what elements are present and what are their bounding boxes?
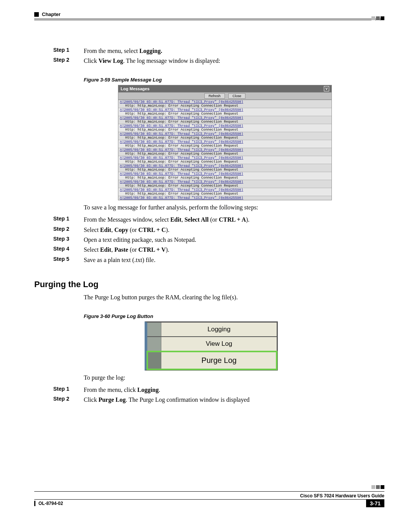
- menu-item-purge-log[interactable]: Purge Log: [147, 351, 277, 369]
- step-text: Click Purge Log. The Purge Log confirmat…: [84, 396, 384, 404]
- header-decor: [371, 15, 384, 22]
- footer-title: Cisco SFS 7024 Hardware Users Guide: [34, 493, 384, 498]
- header-rule-2: [34, 20, 384, 20]
- section-title: Purging the Log: [34, 280, 384, 289]
- menu-icon: [147, 337, 161, 351]
- step-label: Step 3: [53, 236, 84, 244]
- close-button[interactable]: Close: [228, 93, 245, 99]
- steps-block-b: Step 1From the Messages window, select E…: [53, 216, 384, 264]
- step-label: Step 1: [53, 216, 84, 224]
- step-text: Select Edit, Copy (or CTRL + C).: [84, 226, 384, 234]
- steps-block-c: Step 1From the menu, click Logging. Step…: [53, 386, 384, 404]
- step-label: Step 5: [53, 256, 84, 264]
- fig-corner-button[interactable]: V: [324, 86, 329, 91]
- step-text: Save as a plain text (.txt) file.: [84, 256, 384, 264]
- step-text: From the menu, click Logging.: [84, 386, 384, 394]
- refresh-button[interactable]: Refresh: [204, 93, 225, 99]
- step-text: Open a text editing package, such as Not…: [84, 236, 384, 244]
- fig-log-body: A|2005/09/30 03:40:51.077D: Thread "tIC3…: [118, 100, 331, 200]
- step-label: Step 1: [53, 47, 84, 55]
- figure-1-caption: Figure 3-59 Sample Message Log: [84, 77, 384, 83]
- step-row: Step 1 From the menu, select Logging.: [53, 47, 384, 55]
- step-label: Step 2: [53, 57, 84, 65]
- menu-icon: [147, 351, 161, 369]
- menu-item-view-log[interactable]: View Log: [147, 337, 277, 351]
- steps-block-a: Step 1 From the menu, select Logging. St…: [53, 47, 384, 66]
- page-number: 3-71: [366, 500, 384, 507]
- step-text: Click View Log. The log message window i…: [84, 57, 384, 65]
- step-text: From the menu, select Logging.: [84, 47, 384, 55]
- footer-doc: OL-8794-02: [34, 501, 63, 506]
- menu-label: Logging: [161, 323, 277, 336]
- step-row: Step 2 Click View Log. The log message w…: [53, 57, 384, 65]
- fig-title-bar: Log Messages V: [118, 85, 331, 92]
- step-label: Step 2: [53, 396, 84, 404]
- menu-label: Purge Log: [161, 351, 277, 369]
- step-text: From the Messages window, select Edit, S…: [84, 216, 384, 224]
- footer-decor: [34, 484, 384, 490]
- step-label: Step 2: [53, 226, 84, 234]
- header-label: Chapter: [42, 11, 61, 17]
- figure-2-caption: Figure 3-60 Purge Log Button: [84, 313, 384, 319]
- purge-lead: To purge the log:: [84, 374, 384, 382]
- intro-save: To save a log message for further analys…: [84, 203, 384, 212]
- header-rule-1: [34, 19, 384, 19]
- page-header: Chapter: [34, 11, 384, 17]
- figure-1-log-window: Log Messages V Refresh Close A|2005/09/3…: [118, 85, 332, 200]
- section-intro: The Purge Log button purges the RAM, cle…: [84, 293, 384, 302]
- header-marker: [34, 12, 39, 17]
- step-label: Step 1: [53, 386, 84, 394]
- step-text: Select Edit, Paste (or CTRL + V).: [84, 246, 384, 254]
- fig-button-bar: Refresh Close: [118, 92, 331, 100]
- step-label: Step 4: [53, 246, 84, 254]
- menu-label: View Log: [161, 337, 277, 351]
- page-footer: Cisco SFS 7024 Hardware Users Guide OL-8…: [34, 484, 384, 507]
- fig-title-text: Log Messages: [121, 86, 150, 91]
- menu-item-logging[interactable]: Logging: [147, 323, 277, 337]
- menu-icon: [147, 323, 161, 336]
- figure-2-menu: Logging View Log Purge Log: [145, 321, 278, 371]
